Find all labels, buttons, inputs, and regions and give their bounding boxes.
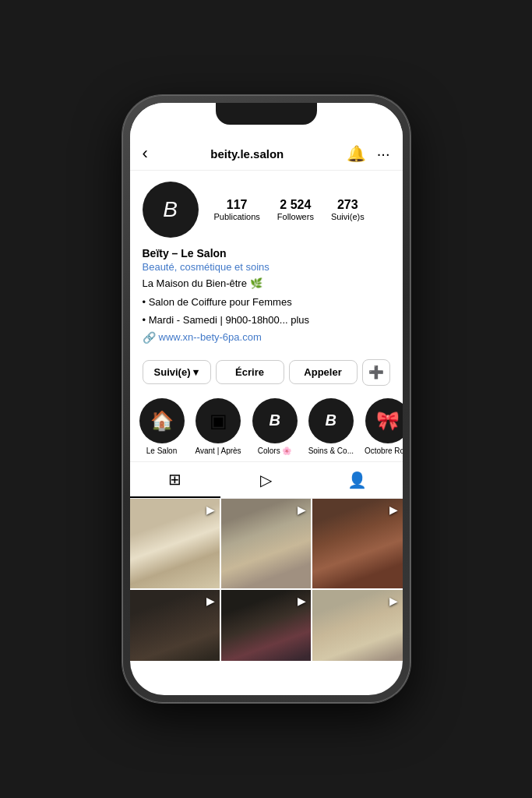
ig-header: ‹ beity.le.salon 🔔 ···: [130, 137, 403, 171]
video-indicator-1: ▶: [206, 503, 215, 516]
highlights-section: 🏠 Le Salon ▣ Avant | Après B: [130, 394, 403, 461]
profile-website[interactable]: 🔗 www.xn--bety-6pa.com: [143, 331, 390, 344]
highlight-label-3: Colors 🌸: [258, 447, 292, 455]
following-button[interactable]: Suivi(e) ▾: [143, 360, 211, 384]
video-indicator-2: ▶: [298, 503, 306, 516]
stat-following[interactable]: 273 Suivi(e)s: [331, 198, 365, 221]
highlights-row: 🏠 Le Salon ▣ Avant | Après B: [139, 398, 403, 455]
more-icon[interactable]: ···: [377, 145, 390, 163]
before-after-icon: ▣: [210, 410, 227, 432]
message-button[interactable]: Écrire: [216, 360, 284, 384]
back-button[interactable]: ‹: [143, 143, 148, 164]
link-icon: 🔗: [143, 331, 156, 344]
following-count: 273: [337, 198, 358, 212]
profile-top: B 117 Publications 2 524 Followers 273: [143, 182, 390, 238]
highlight-soins[interactable]: B Soins & Co...: [308, 398, 354, 455]
video-indicator-3: ▶: [389, 503, 398, 516]
profile-section: B 117 Publications 2 524 Followers 273: [130, 171, 403, 351]
soins-icon: B: [326, 411, 336, 429]
profile-category[interactable]: Beauté, cosmétique et soins: [143, 261, 390, 273]
photo-cell-1[interactable]: ▶: [130, 499, 220, 588]
tagged-icon: 👤: [347, 471, 367, 489]
profile-bio-line2: • Salon de Coiffure pour Femmes: [143, 295, 390, 310]
photo-cell-5[interactable]: ▶: [221, 590, 311, 661]
stat-followers[interactable]: 2 524 Followers: [277, 198, 314, 221]
colors-icon: B: [269, 411, 280, 429]
profile-bio-line3: • Mardi - Samedi | 9h00-18h00... plus: [143, 312, 390, 328]
photos-grid: ▶ ▶ ▶ ▶ ▶ ▶ Beïty...: [130, 499, 403, 662]
highlight-circle-4: B: [308, 398, 354, 443]
tab-reels[interactable]: ▷: [220, 462, 312, 498]
publications-label: Publications: [214, 212, 260, 221]
avatar-letter: B: [163, 197, 178, 222]
highlight-label-4: Soins & Co...: [308, 447, 354, 455]
profile-bio-line1: La Maison du Bien-être 🌿: [143, 276, 390, 291]
followers-count: 2 524: [280, 198, 311, 212]
notification-icon[interactable]: 🔔: [347, 144, 366, 163]
call-button[interactable]: Appeler: [289, 360, 358, 384]
screen-content: ‹ beity.le.salon 🔔 ··· B 117 Publica: [130, 103, 403, 661]
highlight-avant-apres[interactable]: ▣ Avant | Après: [196, 398, 241, 455]
photo-cell-3[interactable]: ▶: [312, 499, 402, 588]
highlight-label-5: Octobre Ro...: [365, 447, 403, 455]
ribbon-icon: 🎀: [376, 410, 400, 432]
followers-label: Followers: [277, 212, 314, 221]
photo-cell-2[interactable]: ▶: [221, 499, 311, 588]
phone-screen: ‹ beity.le.salon 🔔 ··· B 117 Publica: [130, 103, 403, 695]
header-icons: 🔔 ···: [347, 144, 390, 163]
publications-count: 117: [227, 198, 248, 212]
video-indicator-5: ▶: [298, 595, 306, 607]
action-buttons: Suivi(e) ▾ Écrire Appeler ➕: [130, 351, 403, 394]
grid-icon: ⊞: [168, 470, 181, 489]
profile-name: Beïty – Le Salon: [143, 247, 390, 260]
stat-publications: 117 Publications: [214, 198, 260, 221]
reels-icon: ▷: [260, 471, 272, 489]
highlight-label-1: Le Salon: [146, 447, 177, 455]
tab-tagged[interactable]: 👤: [312, 462, 403, 498]
highlight-circle-1: 🏠: [139, 398, 185, 443]
home-icon: 🏠: [150, 410, 174, 432]
avatar[interactable]: B: [143, 182, 199, 238]
stats-row: 117 Publications 2 524 Followers 273 Sui…: [214, 198, 365, 221]
following-label: Suivi(e)s: [331, 212, 365, 221]
highlight-circle-2: ▣: [196, 398, 241, 443]
highlight-circle-5: 🎀: [365, 398, 403, 443]
profile-username: beity.le.salon: [210, 147, 284, 161]
notch: [216, 103, 317, 125]
photo-cell-4[interactable]: ▶: [130, 590, 220, 661]
tab-grid[interactable]: ⊞: [130, 462, 221, 498]
highlight-label-2: Avant | Après: [196, 447, 241, 455]
add-person-button[interactable]: ➕: [362, 359, 390, 386]
video-indicator-4: ▶: [206, 595, 215, 607]
website-url: www.xn--bety-6pa.com: [159, 331, 262, 343]
highlight-octobre[interactable]: 🎀 Octobre Ro...: [365, 398, 403, 455]
highlight-circle-3: B: [252, 398, 298, 443]
video-indicator-6: ▶: [389, 595, 398, 607]
tab-bar: ⊞ ▷ 👤: [130, 461, 403, 499]
highlight-le-salon[interactable]: 🏠 Le Salon: [139, 398, 185, 455]
phone-frame: ‹ beity.le.salon 🔔 ··· B 117 Publica: [122, 95, 410, 703]
photo-cell-6[interactable]: ▶ Beïty...: [312, 590, 402, 661]
highlight-colors[interactable]: B Colors 🌸: [252, 398, 298, 455]
